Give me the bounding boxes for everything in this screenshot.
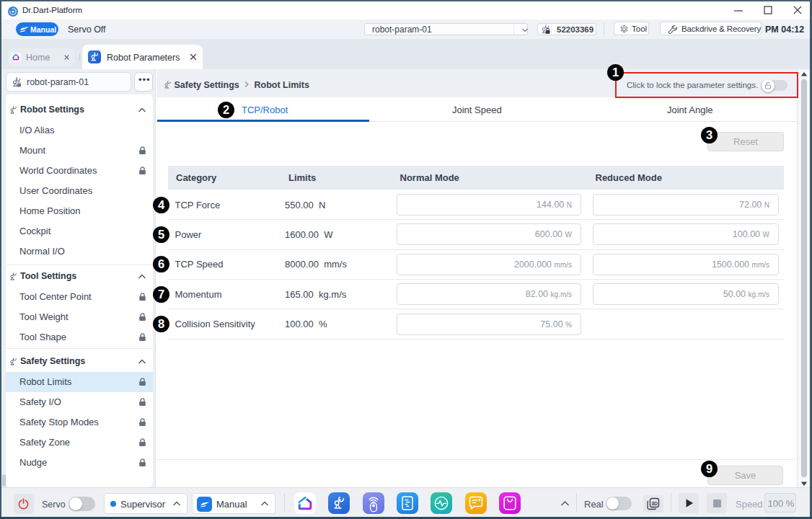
svg-text:3D: 3D [651, 501, 658, 506]
